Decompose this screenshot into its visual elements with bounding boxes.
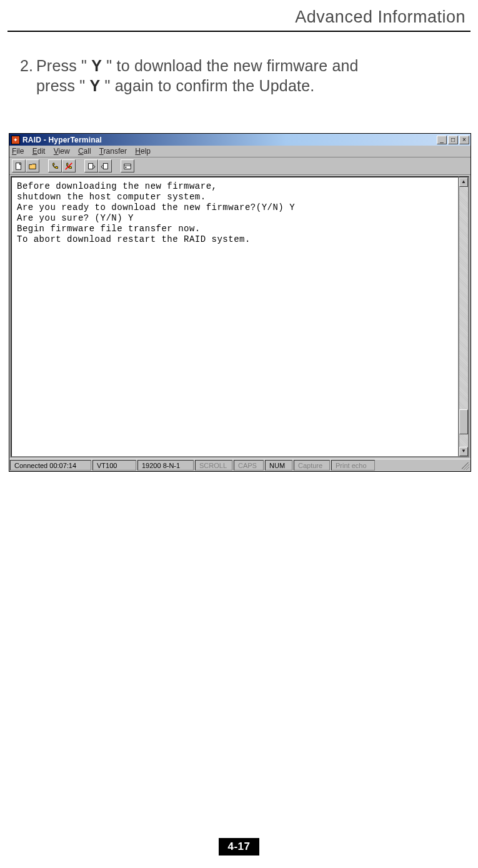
- toolbar-receive-button[interactable]: [98, 159, 112, 172]
- status-caps: CAPS: [234, 460, 264, 471]
- instr-key-2: Y: [90, 77, 101, 94]
- svg-rect-3: [103, 163, 107, 169]
- svg-point-6: [125, 166, 126, 167]
- toolbar-open-button[interactable]: [26, 159, 39, 172]
- menu-help[interactable]: Help: [135, 147, 151, 156]
- svg-rect-4: [124, 164, 131, 169]
- menu-view[interactable]: View: [54, 147, 70, 156]
- window-titlebar[interactable]: ✦ RAID - HyperTerminal _ □ ×: [9, 134, 471, 146]
- status-bar: Connected 00:07:14 VT100 19200 8-N-1 SCR…: [9, 459, 471, 471]
- status-params: 19200 8-N-1: [137, 460, 194, 471]
- client-area: Before downloading the new firmware, shu…: [9, 175, 471, 459]
- window-title: RAID - HyperTerminal: [22, 136, 437, 144]
- toolbar-send-button[interactable]: [84, 159, 98, 172]
- status-printecho: Print echo: [331, 460, 375, 471]
- page-header-title: Advanced Information: [7, 7, 471, 31]
- scroll-track[interactable]: [459, 187, 468, 447]
- menu-bar: File Edit View Call Transfer Help: [9, 146, 471, 157]
- page-footer: 4-17: [0, 838, 478, 856]
- status-emulation: VT100: [92, 460, 136, 471]
- toolbar: [9, 157, 471, 175]
- toolbar-disconnect-button[interactable]: [62, 159, 76, 172]
- scroll-thumb[interactable]: [459, 409, 468, 434]
- menu-transfer[interactable]: Transfer: [99, 147, 127, 156]
- scroll-up-button[interactable]: ▲: [459, 177, 468, 187]
- svg-rect-2: [89, 163, 93, 169]
- instr-text-3: press ": [36, 77, 90, 94]
- minimize-button[interactable]: _: [437, 136, 447, 144]
- instr-text-1: Press ": [36, 57, 91, 74]
- close-button[interactable]: ×: [459, 136, 469, 144]
- page-number-badge: 4-17: [219, 838, 259, 856]
- vertical-scrollbar[interactable]: ▲ ▼: [459, 176, 469, 457]
- header-divider: [7, 31, 471, 32]
- app-icon: ✦: [11, 136, 20, 144]
- toolbar-properties-button[interactable]: [121, 159, 134, 172]
- status-num: NUM: [265, 460, 292, 471]
- status-scroll: SCROLL: [195, 460, 232, 471]
- instr-text-4: " again to confirm the Update.: [100, 77, 314, 94]
- maximize-button[interactable]: □: [448, 136, 458, 144]
- hyperterminal-window: ✦ RAID - HyperTerminal _ □ × File Edit V…: [9, 133, 471, 472]
- status-capture: Capture: [294, 460, 330, 471]
- instruction-step-2: 2.Press " Y " to download the new firmwa…: [20, 56, 458, 96]
- status-connected: Connected 00:07:14: [10, 460, 91, 471]
- instruction-number: 2.: [20, 56, 36, 76]
- menu-file[interactable]: File: [12, 147, 24, 156]
- resize-grip-icon[interactable]: [459, 459, 471, 471]
- menu-call[interactable]: Call: [78, 147, 91, 156]
- menu-edit[interactable]: Edit: [32, 147, 46, 156]
- toolbar-new-button[interactable]: [12, 159, 26, 172]
- toolbar-call-button[interactable]: [48, 159, 62, 172]
- terminal-output[interactable]: Before downloading the new firmware, shu…: [11, 176, 459, 457]
- scroll-down-button[interactable]: ▼: [459, 447, 468, 456]
- instr-text-2: " to download the new firmware and: [102, 57, 359, 74]
- instr-key-1: Y: [91, 57, 102, 74]
